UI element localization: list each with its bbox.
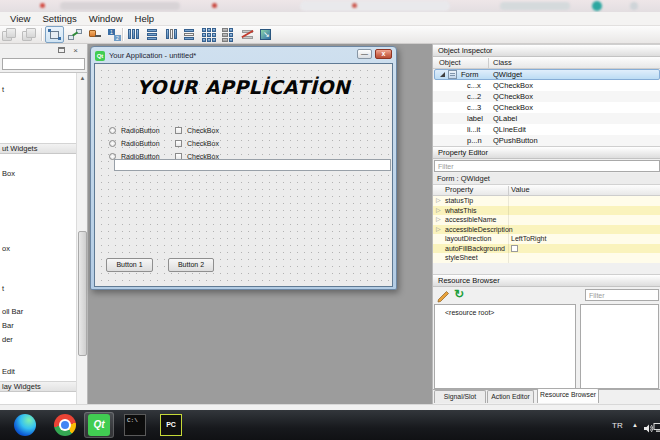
column-object[interactable]: Object — [439, 57, 461, 68]
menu-help[interactable]: Help — [129, 13, 161, 24]
resource-filter-input[interactable] — [585, 289, 659, 301]
check-box-2[interactable]: CheckBox — [175, 138, 219, 148]
adjust-size-icon[interactable]: ↘ — [258, 27, 274, 43]
language-indicator[interactable]: TR — [612, 421, 623, 430]
tray-chevron-icon[interactable]: ▲ — [632, 422, 638, 428]
background-tab-shape — [300, 1, 450, 11]
scrollbar-thumb[interactable] — [78, 231, 87, 356]
form-canvas[interactable]: YOUR APPLİCATİON RadioButton RadioButton… — [94, 63, 393, 287]
check-box-1[interactable]: CheckBox — [175, 125, 219, 135]
terminal-taskbar-icon[interactable]: C:\ — [124, 414, 146, 436]
layout-vertical-icon[interactable] — [145, 27, 161, 43]
property-row-layoutdirection[interactable]: layoutDirection LeftToRight — [433, 234, 660, 244]
object-inspector-columns[interactable]: Object Class — [433, 57, 660, 69]
line-edit-field[interactable] — [114, 159, 391, 171]
widget-item[interactable]: Bar — [2, 321, 14, 330]
menu-window[interactable]: Window — [83, 13, 129, 24]
widget-box-filter-input[interactable] — [2, 58, 85, 70]
property-name: whatsThis — [445, 206, 477, 216]
property-value[interactable]: LeftToRight — [511, 234, 546, 244]
tab-signal-slot-editor[interactable]: Signal/Slot Editor — [434, 390, 486, 403]
property-row-autofillbackground[interactable]: autoFillBackground — [433, 244, 660, 254]
widget-item[interactable]: der — [2, 335, 13, 344]
layout-form-icon[interactable] — [221, 27, 237, 43]
resource-tree-pane[interactable]: <resource root> — [434, 304, 576, 389]
property-row-whatsthis[interactable]: ▷ whatsThis — [433, 206, 660, 216]
expand-icon[interactable]: ▷ — [436, 206, 441, 216]
qt-designer-taskbar-icon[interactable]: Qt — [88, 414, 110, 436]
edit-signals-slots-icon[interactable] — [67, 27, 83, 43]
widget-item[interactable]: t — [2, 284, 4, 293]
property-editor-header[interactable]: Property Editor — [433, 146, 660, 159]
widget-box-list[interactable]: t ut Widgets Box ox t oll Bar Bar der Ed… — [0, 72, 87, 420]
edge-taskbar-icon[interactable] — [14, 414, 36, 436]
form-window-titlebar[interactable]: Qt Your Application - untitled* — [95, 49, 394, 62]
background-tab-shape — [500, 2, 570, 10]
column-class[interactable]: Class — [493, 57, 512, 68]
tree-row-checkbox3[interactable]: c...3 QCheckBox — [433, 102, 660, 113]
object-inspector-header[interactable]: Object Inspector — [433, 44, 660, 57]
menu-view[interactable]: View — [4, 13, 36, 24]
expand-icon[interactable]: ▷ — [436, 215, 441, 225]
edit-tab-order-icon[interactable]: 1 2 — [107, 27, 123, 43]
autofill-checkbox[interactable] — [511, 245, 518, 252]
tree-row-checkbox2[interactable]: c...2 QCheckBox — [433, 91, 660, 102]
tree-row-label[interactable]: label QLabel — [433, 113, 660, 124]
resource-detail-pane[interactable] — [580, 304, 659, 389]
button-2[interactable]: Button 2 — [168, 258, 214, 272]
copy-grayed-icon[interactable] — [2, 27, 18, 43]
float-panel-icon[interactable] — [56, 46, 67, 56]
tree-row-checkbox1[interactable]: c...x QCheckBox — [433, 80, 660, 91]
form-widget-icon — [448, 70, 457, 79]
widget-item[interactable]: ox — [2, 244, 10, 253]
column-value[interactable]: Value — [511, 185, 530, 195]
network-error-icon[interactable]: ✕ — [653, 420, 660, 438]
widget-item[interactable]: t — [2, 85, 4, 94]
tree-row-pushbutton[interactable]: p...n QPushButton — [433, 135, 660, 146]
widget-item[interactable]: Edit — [2, 367, 15, 376]
tab-resource-browser[interactable]: Resource Browser — [537, 388, 599, 403]
expand-icon[interactable]: ▷ — [436, 196, 441, 206]
property-row-statustip[interactable]: ▷ statusTip — [433, 196, 660, 206]
widget-section-header[interactable]: lay Widgets — [0, 381, 76, 392]
minimize-button[interactable]: — — [357, 49, 372, 59]
layout-grid-icon[interactable] — [201, 27, 217, 43]
edit-widgets-icon[interactable] — [45, 26, 64, 43]
property-editor-columns[interactable]: Property Value — [433, 185, 660, 196]
widget-section-header[interactable]: ut Widgets — [0, 143, 76, 154]
scroll-up-icon[interactable]: ▲ — [77, 73, 87, 83]
menu-settings[interactable]: Settings — [36, 13, 82, 24]
pycharm-taskbar-icon[interactable]: PC — [160, 414, 182, 436]
widget-item[interactable]: oll Bar — [2, 307, 23, 316]
paste-grayed-icon[interactable] — [21, 27, 37, 43]
layout-horizontal-icon[interactable] — [126, 27, 142, 43]
layout-horizontal-splitter-icon[interactable] — [164, 27, 180, 43]
expand-icon[interactable]: ▷ — [436, 225, 441, 235]
chrome-taskbar-icon[interactable] — [54, 414, 76, 436]
close-panel-icon[interactable]: × — [70, 46, 81, 56]
layout-vertical-splitter-icon[interactable] — [182, 27, 198, 43]
property-name: statusTip — [445, 196, 473, 206]
break-layout-icon[interactable] — [240, 27, 256, 43]
widget-item[interactable]: Box — [2, 169, 15, 178]
close-button[interactable]: x — [375, 49, 392, 59]
form-heading-label[interactable]: YOUR APPLİCATİON — [95, 76, 392, 98]
resource-root-item[interactable]: <resource root> — [445, 309, 494, 316]
edit-buddies-icon[interactable] — [87, 27, 103, 43]
tree-row-form[interactable]: Form QWidget — [433, 69, 660, 80]
widget-box-scrollbar[interactable]: ▲ ▼ — [76, 73, 87, 419]
button-1[interactable]: Button 1 — [106, 258, 153, 272]
reload-resources-icon[interactable]: ↻ — [454, 287, 464, 301]
property-row-accessiblename[interactable]: ▷ accessibleName — [433, 215, 660, 225]
form-designer-window[interactable]: Qt Your Application - untitled* — x YOUR… — [90, 46, 397, 290]
tab-action-editor[interactable]: Action Editor — [487, 390, 534, 403]
radio-button-1[interactable]: RadioButton — [109, 125, 160, 135]
tree-row-lineedit[interactable]: li...it QLineEdit — [433, 124, 660, 135]
column-property[interactable]: Property — [445, 185, 473, 195]
expand-arrow-icon[interactable] — [440, 72, 445, 77]
property-filter-input[interactable] — [434, 160, 660, 172]
resource-browser-header[interactable]: Resource Browser — [433, 274, 660, 287]
property-row-accessibledescription[interactable]: ▷ accessibleDescription — [433, 225, 660, 235]
property-row-stylesheet[interactable]: styleSheet — [433, 253, 660, 263]
radio-button-2[interactable]: RadioButton — [109, 138, 160, 148]
